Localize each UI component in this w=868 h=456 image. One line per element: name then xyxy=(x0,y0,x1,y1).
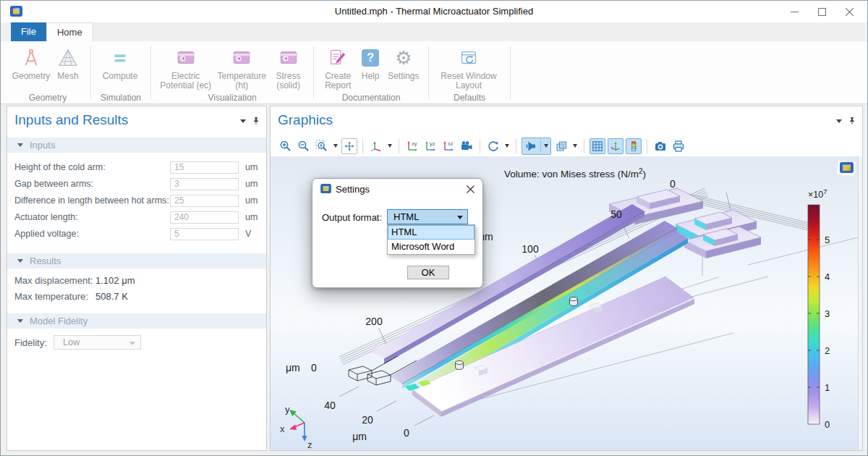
ribbon-group-visualization: Electric Potential (ec) Temperature (ht) xyxy=(151,41,313,104)
x-axis-unit: μm xyxy=(352,431,367,442)
transparency-button[interactable] xyxy=(553,138,569,154)
toolbar-separator xyxy=(480,139,480,153)
collapse-caret-icon xyxy=(17,259,23,263)
view-yz-button[interactable]: yz xyxy=(422,138,438,154)
view-xy-button[interactable]: xy xyxy=(404,138,420,154)
reset-window-icon xyxy=(458,46,480,70)
geometry-button[interactable]: Geometry xyxy=(11,44,51,81)
dialog-close-icon[interactable] xyxy=(464,183,476,195)
rotate-menu[interactable] xyxy=(503,138,511,154)
zoom-out-button[interactable] xyxy=(296,138,312,154)
ok-button[interactable]: OK xyxy=(407,266,449,279)
rotate-button[interactable] xyxy=(485,138,501,154)
color-legend-toggle[interactable] xyxy=(626,138,642,154)
zoom-extents-button[interactable] xyxy=(341,138,357,154)
reset-window-layout-button[interactable]: Reset Window Layout xyxy=(435,44,503,90)
report-document-icon xyxy=(327,46,349,70)
plot-window-icon xyxy=(231,46,252,70)
y-tick-200: 200 xyxy=(365,316,383,327)
toolbar-separator xyxy=(584,139,584,153)
svg-text:5: 5 xyxy=(825,235,830,245)
max-displacement-value: 1.102 μm xyxy=(95,275,135,286)
create-report-button[interactable]: Create Report xyxy=(320,44,356,90)
svg-text:xy: xy xyxy=(412,140,417,147)
canvas-right-gutter xyxy=(858,156,862,450)
snapshot-button[interactable] xyxy=(652,138,668,154)
pin-icon[interactable] xyxy=(252,115,260,127)
output-format-dropdown[interactable]: HTML xyxy=(387,209,468,224)
svg-text:1: 1 xyxy=(825,382,830,393)
input-row: Gap between arms: 3 um xyxy=(7,178,266,190)
tab-home[interactable]: Home xyxy=(46,22,93,41)
fidelity-dropdown[interactable]: Low xyxy=(54,335,141,350)
scene-camera-button[interactable] xyxy=(459,138,475,154)
x-tick-40: 40 xyxy=(324,400,336,411)
chevron-down-icon xyxy=(457,216,463,219)
panel-menu-icon[interactable] xyxy=(836,119,842,123)
triad-y-label: y xyxy=(285,404,290,415)
result-row: Max displacement: 1.102 μm xyxy=(7,275,266,287)
grid-toggle[interactable] xyxy=(590,138,605,154)
mesh-button[interactable]: Mesh xyxy=(51,44,85,81)
gap-field[interactable]: 3 xyxy=(170,178,239,190)
input-row: Height of the cold arm: 15 um xyxy=(7,161,266,174)
comsol-logo-icon xyxy=(320,184,331,193)
section-model-fidelity[interactable]: Model Fidelity xyxy=(7,313,266,329)
input-row: Actuator length: 240 um xyxy=(7,211,266,224)
help-button[interactable]: ? Help xyxy=(356,44,384,81)
y-tick-50: 50 xyxy=(610,208,622,220)
plot-window-icon xyxy=(175,46,197,70)
temperature-button[interactable]: Temperature (ht) xyxy=(214,44,269,90)
option-msword[interactable]: Microsoft Word xyxy=(388,240,475,254)
electric-potential-button[interactable]: Electric Potential (ec) xyxy=(157,44,214,90)
graphics-panel: Graphics xy yz xz xyxy=(270,106,863,451)
tab-file[interactable]: File xyxy=(11,22,46,41)
chevron-down-icon xyxy=(129,342,135,345)
panel-menu-icon[interactable] xyxy=(240,119,246,123)
zoom-box-menu[interactable] xyxy=(332,138,339,154)
axis-orientation-toggle[interactable] xyxy=(608,138,624,154)
colorbar-exponent: ×107 xyxy=(808,187,827,200)
output-format-label: Output format: xyxy=(322,212,382,223)
option-html[interactable]: HTML xyxy=(388,225,475,240)
panel-title: Inputs and Results xyxy=(14,112,128,128)
zoom-box-button[interactable] xyxy=(314,138,330,154)
graphics-canvas[interactable]: Volume: von Mises stress (N/m2) 0 50 100… xyxy=(271,156,858,450)
ribbon-separator xyxy=(510,46,511,99)
zoom-in-button[interactable] xyxy=(278,138,294,154)
cold-arm-height-field[interactable]: 15 xyxy=(170,161,239,174)
go-to-view-button[interactable] xyxy=(368,138,384,154)
section-results[interactable]: Results xyxy=(7,253,266,269)
actuator-length-field[interactable]: 240 xyxy=(170,211,239,224)
pin-icon[interactable] xyxy=(848,115,856,127)
triad-x-label: x xyxy=(280,423,285,434)
dialog-titlebar[interactable]: Settings xyxy=(312,179,482,199)
close-button[interactable] xyxy=(835,1,863,22)
comsol-watermark-icon[interactable] xyxy=(837,160,856,176)
svg-text:4: 4 xyxy=(825,271,830,282)
settings-dialog: Settings Output format: HTML HTML Micros… xyxy=(312,178,483,288)
go-to-view-menu[interactable] xyxy=(386,138,393,154)
length-difference-field[interactable]: 25 xyxy=(170,195,239,207)
toolbar-separator xyxy=(516,139,516,153)
window-title: Untitled.mph - Thermal Microactuator Sim… xyxy=(1,1,867,22)
triad-z-label: z xyxy=(307,439,312,450)
stress-button[interactable]: Stress (solid) xyxy=(269,44,307,90)
maximize-button[interactable] xyxy=(808,1,835,22)
applied-voltage-field[interactable]: 5 xyxy=(170,228,239,240)
input-row: Difference in length between hot arms: 2… xyxy=(7,195,266,207)
scene-light-menu[interactable] xyxy=(542,138,550,154)
svg-text:3: 3 xyxy=(825,308,830,319)
compute-button[interactable]: Compute xyxy=(97,44,143,81)
scene-light-toggle[interactable] xyxy=(522,138,551,155)
ribbon-group-simulation: Compute Simulation xyxy=(91,41,150,104)
minimize-button[interactable] xyxy=(780,1,808,22)
settings-button[interactable]: ⚙ Settings xyxy=(385,44,422,81)
x-tick-0: 0 xyxy=(404,427,409,439)
transparency-menu[interactable] xyxy=(571,138,579,154)
ribbon-group-documentation: Create Report ? Help ⚙ Settings Document… xyxy=(314,41,428,104)
svg-text:2: 2 xyxy=(825,345,830,356)
view-xz-button[interactable]: xz xyxy=(441,138,456,154)
print-button[interactable] xyxy=(671,138,686,154)
section-inputs[interactable]: Inputs xyxy=(7,138,266,153)
